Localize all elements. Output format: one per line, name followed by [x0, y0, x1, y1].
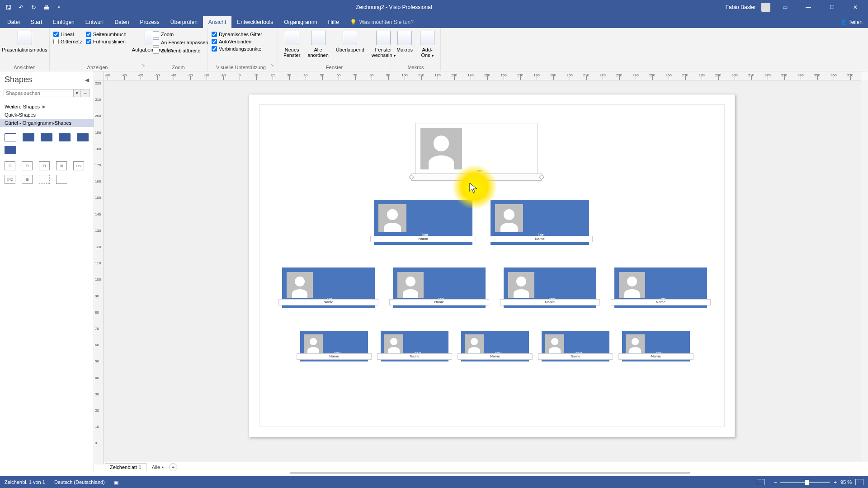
lightbulb-icon: 💡: [350, 19, 357, 25]
org-shape[interactable]: Titel Name: [374, 200, 472, 245]
org-title: Titel: [470, 169, 488, 173]
fuehrungslinien-checkbox[interactable]: Führungslinien: [86, 39, 127, 44]
shape-mini[interactable]: XYZ: [5, 175, 15, 184]
quick-shapes-item[interactable]: Quick-Shapes: [0, 111, 94, 119]
org-shape[interactable]: TitelName: [393, 267, 486, 308]
ribbon-options-icon[interactable]: ▭: [776, 0, 794, 14]
menu-tab-einfügen[interactable]: Einfügen: [47, 16, 80, 28]
seitenumbruch-checkbox[interactable]: Seitenumbruch: [86, 32, 127, 37]
drawing-page[interactable]: Titel Titel Name: [249, 94, 735, 437]
stencil-item-guertel[interactable]: Gürtel - Organigramm-Shapes: [0, 119, 94, 127]
save-icon[interactable]: 🖫: [5, 4, 12, 11]
presentation-mode-button[interactable]: Präsentationsmodus: [0, 30, 49, 53]
group-zoom-label: Zoom: [153, 64, 204, 70]
shape-mini[interactable]: ⊟: [22, 161, 33, 170]
macro-record-icon[interactable]: ▣: [114, 479, 118, 485]
shape-mini[interactable]: [39, 175, 50, 184]
lineal-checkbox[interactable]: Lineal: [53, 32, 82, 37]
print-icon[interactable]: 🖶: [42, 4, 50, 11]
width-icon: [153, 47, 159, 54]
menu-tab-entwurf[interactable]: Entwurf: [80, 16, 109, 28]
maximize-button[interactable]: ☐: [823, 0, 841, 14]
menu-tab-entwicklertools[interactable]: Entwicklertools: [231, 16, 278, 28]
connector-endpoint-icon[interactable]: [409, 174, 414, 179]
connection-points-checkbox[interactable]: Verbindungspunkte: [212, 46, 262, 52]
cascade-button[interactable]: Überlappend: [334, 30, 366, 53]
close-button[interactable]: ✕: [846, 0, 864, 14]
menu-tab-organigramm[interactable]: Organigramm: [278, 16, 322, 28]
ruler-horizontal: -80-70-60-50-40-30-20-100102030405060708…: [104, 71, 861, 80]
shape-thumb[interactable]: [41, 133, 52, 141]
shape-mini[interactable]: ⊡: [39, 161, 50, 170]
visuelle-launcher[interactable]: ↘: [270, 63, 274, 69]
dynamic-grid-checkbox[interactable]: Dynamisches Gitter: [212, 32, 262, 37]
org-shape[interactable]: TitelName: [461, 331, 529, 361]
org-name-bar[interactable]: [411, 174, 542, 181]
arrange-all-button[interactable]: Alle anordnen: [306, 30, 330, 59]
share-button[interactable]: 👤 Teilen: [835, 16, 868, 28]
shapes-title: Shapes: [5, 75, 32, 84]
org-shape[interactable]: TitelName: [282, 267, 375, 308]
org-shape[interactable]: Titel Name: [491, 200, 589, 245]
org-shape[interactable]: TitelName: [381, 331, 448, 361]
connector-endpoint-icon[interactable]: [539, 174, 544, 179]
macros-icon: [397, 31, 412, 45]
minimize-button[interactable]: —: [799, 0, 817, 14]
vertical-scrollbar[interactable]: [861, 80, 868, 465]
all-sheets-button[interactable]: Alle▴: [152, 465, 164, 470]
macros-button[interactable]: Makros: [395, 30, 415, 53]
shape-thumb[interactable]: [59, 133, 71, 141]
search-dropdown[interactable]: ▾: [74, 89, 81, 97]
org-shape[interactable]: TitelName: [504, 267, 596, 308]
org-shape[interactable]: TitelName: [622, 331, 690, 361]
gitternetz-checkbox[interactable]: Gitternetz: [53, 39, 82, 44]
sheet-tab[interactable]: Zeichenblatt-1: [105, 463, 146, 471]
shape-mini[interactable]: ⊞: [5, 161, 15, 170]
zoom-in-button[interactable]: +: [834, 479, 836, 485]
zoom-level[interactable]: 95 %: [840, 479, 852, 485]
org-shape[interactable]: TitelName: [300, 331, 368, 361]
redo-icon[interactable]: ↻: [30, 4, 37, 11]
menu-tab-ansicht[interactable]: Ansicht: [203, 16, 231, 28]
ruler-corner: [94, 71, 104, 80]
collapse-shapes-icon[interactable]: ◀: [85, 77, 89, 83]
menu-tab-überprüfen[interactable]: Überprüfen: [165, 16, 203, 28]
shape-thumb[interactable]: [23, 133, 34, 141]
page-width-button[interactable]: Zeichenblattbreite: [153, 47, 208, 54]
org-shape-exec[interactable]: Titel: [415, 123, 538, 176]
fit-page-button[interactable]: [855, 479, 863, 485]
shape-thumb[interactable]: [77, 133, 89, 141]
menu-tab-prozess[interactable]: Prozess: [134, 16, 165, 28]
menu-tab-hilfe[interactable]: Hilfe: [323, 16, 344, 28]
shape-thumb[interactable]: [5, 146, 16, 154]
menu-tab-daten[interactable]: Daten: [109, 16, 134, 28]
more-shapes-item[interactable]: Weitere Shapes▶: [0, 103, 94, 111]
fit-window-button[interactable]: An Fenster anpassen: [153, 39, 208, 46]
view-mode-button[interactable]: [757, 479, 765, 485]
anzeigen-launcher[interactable]: ↘: [142, 63, 145, 69]
undo-icon[interactable]: ↶: [17, 4, 24, 11]
shape-mini[interactable]: XYZ: [73, 161, 84, 170]
search-go-button[interactable]: →: [81, 89, 90, 97]
autoconnect-checkbox[interactable]: AutoVerbinden: [212, 39, 262, 44]
zoom-out-button[interactable]: −: [774, 479, 777, 485]
org-shape[interactable]: TitelName: [542, 331, 609, 361]
add-sheet-button[interactable]: +: [169, 463, 177, 471]
user-avatar[interactable]: [761, 3, 770, 12]
shapes-search-input[interactable]: [4, 89, 74, 97]
shape-mini[interactable]: [56, 175, 67, 184]
new-window-button[interactable]: Neues Fenster: [282, 30, 302, 59]
zoom-slider[interactable]: [780, 482, 830, 483]
shape-mini[interactable]: ⊞: [56, 161, 67, 170]
org-shape[interactable]: TitelName: [614, 267, 707, 308]
menu-tab-start[interactable]: Start: [25, 16, 47, 28]
shape-thumb[interactable]: [5, 133, 16, 141]
shape-mini[interactable]: ⊞: [22, 175, 33, 184]
tell-me-search[interactable]: 💡 Was möchten Sie tun?: [344, 16, 419, 28]
addons-button[interactable]: Add- Ons ▾: [418, 30, 436, 59]
canvas[interactable]: -80-70-60-50-40-30-20-100102030405060708…: [94, 71, 868, 472]
menu-tab-datei[interactable]: Datei: [2, 16, 25, 28]
qat-dropdown-icon[interactable]: ▾: [55, 4, 62, 11]
zoom-button[interactable]: Zoom: [153, 31, 208, 38]
status-language[interactable]: Deutsch (Deutschland): [54, 479, 105, 485]
